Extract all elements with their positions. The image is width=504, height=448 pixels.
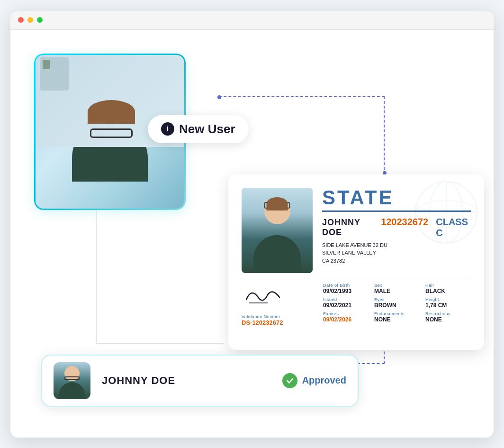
id-photo-body bbox=[253, 235, 301, 273]
approved-card: JOHNNY DOE Approved bbox=[41, 355, 359, 407]
height-value: 1,78 CM bbox=[425, 302, 471, 309]
id-validation-label: Validation Number bbox=[242, 314, 315, 319]
id-info: STATE JOHNNY DOE 120232672 CLASS C SIDE … bbox=[322, 188, 471, 273]
new-user-badge: i New User bbox=[148, 115, 249, 143]
eyes-value: BROWN bbox=[374, 302, 420, 309]
id-validation-number: DS-120232672 bbox=[242, 319, 315, 326]
browser-window: i New User bbox=[10, 11, 494, 438]
hair-field: Hair BLACK bbox=[425, 283, 471, 294]
id-address-line1: SIDE LAKE AVENUE 32 DU bbox=[322, 241, 471, 249]
horizontal-connector bbox=[96, 343, 224, 344]
approved-name: JOHNNY DOE bbox=[102, 375, 271, 387]
id-validation: Validation Number DS-120232672 bbox=[242, 314, 315, 326]
id-state-title: STATE bbox=[322, 188, 471, 212]
restrictions-field: Restrictions NONE bbox=[425, 311, 471, 323]
id-address: SIDE LAKE AVENUE 32 DU SILVER LANE VALLE… bbox=[322, 241, 471, 265]
hair-value: BLACK bbox=[425, 288, 471, 294]
id-address-line2: SILVER LANE VALLEY bbox=[322, 249, 471, 257]
approved-avatar bbox=[54, 362, 90, 399]
sex-value: MALE bbox=[374, 288, 420, 294]
id-class: CLASS C bbox=[436, 217, 471, 238]
info-icon: i bbox=[161, 122, 174, 136]
vertical-connector bbox=[96, 210, 97, 343]
restrictions-value: NONE bbox=[425, 316, 471, 323]
sex-field: Sex MALE bbox=[374, 283, 420, 294]
dob-label: Date of Birth 09/02/1993 bbox=[323, 283, 369, 294]
id-card-top: STATE JOHNNY DOE 120232672 CLASS C SIDE … bbox=[242, 188, 471, 273]
id-grid: Date of Birth 09/02/1993 Sex MALE Hair B… bbox=[323, 283, 471, 323]
id-signature bbox=[242, 283, 315, 310]
new-user-label: New User bbox=[179, 122, 235, 137]
dob-value: 09/02/1993 bbox=[323, 288, 369, 294]
issued-field: Issued 09/02/2021 bbox=[323, 297, 369, 309]
endorsements-value: NONE bbox=[374, 316, 420, 323]
endorsements-field: Endorsements NONE bbox=[374, 311, 420, 323]
id-photo bbox=[242, 188, 313, 273]
eyes-field: Eyes BROWN bbox=[374, 297, 420, 309]
id-divider bbox=[242, 278, 471, 278]
browser-content: i New User bbox=[10, 30, 494, 438]
id-address-line3: CA 23782 bbox=[322, 257, 471, 265]
close-dot[interactable] bbox=[18, 17, 24, 23]
approved-status: Approved bbox=[282, 373, 346, 388]
id-card: STATE JOHNNY DOE 120232672 CLASS C SIDE … bbox=[228, 174, 484, 350]
maximize-dot[interactable] bbox=[37, 17, 43, 23]
approved-check-icon bbox=[282, 373, 297, 388]
id-signature-section: Validation Number DS-120232672 bbox=[242, 283, 315, 326]
expires-value: 09/02/2026 bbox=[323, 316, 369, 323]
height-field: Height 1,78 CM bbox=[425, 297, 471, 309]
minimize-dot[interactable] bbox=[27, 17, 33, 23]
id-name-row: JOHNNY DOE 120232672 CLASS C bbox=[322, 217, 471, 238]
id-number: 120232672 bbox=[381, 217, 428, 228]
issued-value: 09/02/2021 bbox=[323, 302, 369, 309]
approved-text: Approved bbox=[302, 375, 346, 386]
browser-titlebar bbox=[10, 11, 494, 30]
expires-field: Expires 09/02/2026 bbox=[323, 311, 369, 323]
id-name: JOHNNY DOE bbox=[322, 218, 373, 238]
id-bottom-section: Validation Number DS-120232672 Date of B… bbox=[242, 283, 471, 326]
id-fields-grid: Date of Birth 09/02/1993 Sex MALE Hair B… bbox=[323, 283, 471, 326]
id-photo-person bbox=[242, 188, 313, 273]
approved-avatar-body bbox=[59, 382, 85, 399]
